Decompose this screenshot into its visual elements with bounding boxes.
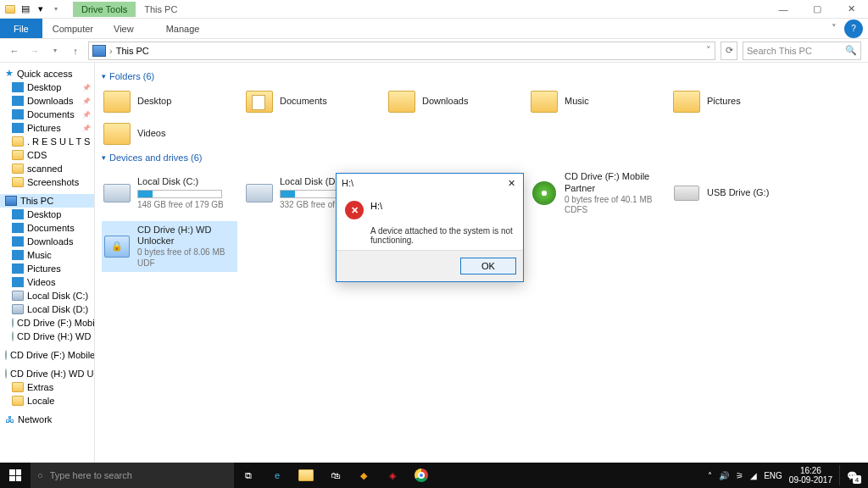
contextual-tab-drive-tools[interactable]: Drive Tools: [73, 2, 136, 17]
taskbar-search[interactable]: ○Type here to search: [31, 463, 234, 488]
dialog-title: H:\: [342, 178, 353, 188]
sidebar-item-screenshots[interactable]: Screenshots: [0, 175, 94, 189]
tab-view[interactable]: View: [103, 19, 144, 38]
error-dialog: H:\ ✕ ✕ H:\ A device attached to the sys…: [336, 173, 524, 282]
chevron-right-icon[interactable]: ›: [109, 46, 113, 56]
dialog-heading: H:\: [370, 201, 382, 211]
sidebar-pc-downloads[interactable]: Downloads: [0, 235, 94, 248]
drive-cd-f[interactable]: CD Drive (F:) Mobile Partner0 bytes free…: [529, 168, 665, 219]
sidebar-item-cds[interactable]: CDS: [0, 148, 94, 162]
sidebar-quick-access[interactable]: ★Quick access: [0, 66, 94, 80]
sidebar-item-downloads[interactable]: Downloads: [0, 94, 94, 108]
refresh-button[interactable]: ⟳: [721, 42, 737, 60]
folder-pictures[interactable]: Pictures: [671, 86, 807, 117]
tray-volume-icon[interactable]: 🔊: [719, 471, 729, 480]
tray-language[interactable]: ENG: [764, 471, 782, 480]
sidebar-pc-desktop[interactable]: Desktop: [0, 208, 94, 221]
window-title: This PC: [136, 2, 186, 17]
tray-wifi-icon[interactable]: ◢: [750, 471, 757, 480]
quick-access-toolbar: ▤ ▾ ▾: [0, 3, 63, 16]
ribbon: File Computer View Manage ˅ ?: [0, 19, 868, 39]
folder-downloads[interactable]: Downloads: [387, 86, 522, 117]
up-button[interactable]: ↑: [68, 43, 83, 58]
sidebar-pc-videos[interactable]: Videos: [0, 275, 94, 289]
search-placeholder: Search This PC: [747, 46, 812, 56]
ribbon-expand-icon[interactable]: ˅: [824, 23, 844, 34]
folder-videos[interactable]: Videos: [102, 119, 237, 149]
forward-button[interactable]: →: [27, 43, 42, 58]
taskbar-store-icon[interactable]: 🛍: [320, 463, 349, 488]
sidebar-item-results[interactable]: . R E S U L T S: [0, 135, 94, 148]
help-icon[interactable]: ?: [844, 19, 863, 38]
action-center-button[interactable]: 💬4: [839, 465, 863, 485]
search-input[interactable]: Search This PC 🔍: [743, 42, 861, 60]
sidebar-extras[interactable]: Extras: [0, 380, 94, 394]
sidebar-cd-f-root[interactable]: CD Drive (F:) Mobile I: [0, 348, 94, 362]
group-drives[interactable]: ▾Devices and drives (6): [102, 149, 861, 168]
sidebar-cd-h-root[interactable]: CD Drive (H:) WD Unl: [0, 367, 94, 380]
tab-computer[interactable]: Computer: [42, 19, 103, 38]
this-pc-icon: [92, 45, 106, 57]
tray-clock[interactable]: 16:26 09-09-2017: [789, 466, 832, 485]
navigation-bar: ← → ▾ ↑ › This PC ˅ ⟳ Search This PC 🔍: [0, 39, 868, 63]
sidebar-this-pc[interactable]: This PC: [0, 194, 94, 208]
dialog-message: A device attached to the system is not f…: [345, 226, 515, 245]
close-button[interactable]: ✕: [834, 0, 868, 19]
ok-button[interactable]: OK: [460, 258, 516, 274]
start-button[interactable]: [0, 463, 31, 488]
sidebar-pc-cd-f[interactable]: CD Drive (F:) Mobile: [0, 316, 94, 330]
breadcrumb[interactable]: This PC: [116, 46, 149, 56]
folder-desktop[interactable]: Desktop: [102, 86, 237, 117]
content-pane: ▾Folders (6) Desktop Documents Downloads…: [95, 63, 868, 470]
cortana-icon: ○: [37, 470, 43, 480]
taskbar-edge-icon[interactable]: e: [263, 463, 292, 488]
sidebar-pc-cd-h[interactable]: CD Drive (H:) WD U: [0, 330, 94, 343]
sidebar-pc-local-d[interactable]: Local Disk (D:): [0, 302, 94, 316]
taskbar-app1-icon[interactable]: ◆: [349, 463, 378, 488]
new-folder-qat-icon[interactable]: ▾: [34, 3, 47, 16]
maximize-button[interactable]: ▢: [800, 0, 834, 19]
search-icon: 🔍: [845, 45, 857, 56]
address-dropdown-icon[interactable]: ˅: [706, 45, 711, 56]
drive-local-c[interactable]: Local Disk (C:)148 GB free of 179 GB: [102, 168, 237, 219]
sidebar-network[interactable]: 🖧Network: [0, 413, 94, 426]
error-icon: ✕: [345, 201, 364, 219]
titlebar: ▤ ▾ ▾ Drive Tools This PC — ▢ ✕: [0, 0, 868, 19]
taskbar-chrome-icon[interactable]: [407, 463, 436, 488]
dialog-titlebar[interactable]: H:\ ✕: [337, 174, 523, 192]
taskbar-explorer-icon[interactable]: [292, 463, 320, 488]
folder-music[interactable]: Music: [529, 86, 665, 117]
tab-manage[interactable]: Manage: [156, 19, 210, 38]
taskbar-app2-icon[interactable]: ◈: [378, 463, 407, 488]
folder-documents[interactable]: Documents: [244, 86, 380, 117]
dialog-close-button[interactable]: ✕: [504, 178, 518, 189]
minimize-button[interactable]: —: [766, 0, 800, 19]
recent-locations-icon[interactable]: ▾: [47, 43, 63, 58]
task-view-button[interactable]: ⧉: [234, 463, 263, 488]
group-folders[interactable]: ▾Folders (6): [102, 68, 861, 86]
sidebar-item-pictures[interactable]: Pictures: [0, 121, 94, 135]
sidebar-pc-pictures[interactable]: Pictures: [0, 262, 94, 275]
sidebar-item-scanned[interactable]: scanned: [0, 162, 94, 175]
sidebar-item-documents[interactable]: Documents: [0, 108, 94, 121]
drive-cd-h[interactable]: 🔒 CD Drive (H:) WD Unlocker0 bytes free …: [102, 221, 237, 273]
tab-file[interactable]: File: [0, 19, 42, 38]
tray-chevron-icon[interactable]: ˄: [708, 471, 712, 480]
tray-network-icon[interactable]: ⚞: [736, 471, 743, 480]
sidebar-locale[interactable]: Locale: [0, 394, 94, 408]
address-bar[interactable]: › This PC ˅: [88, 42, 715, 60]
taskbar: ○Type here to search ⧉ e 🛍 ◆ ◈ ˄ 🔊 ⚞ ◢ E…: [0, 463, 868, 488]
sidebar-pc-local-c[interactable]: Local Disk (C:): [0, 289, 94, 302]
drive-usb-g[interactable]: USB Drive (G:): [671, 168, 807, 219]
sidebar-item-desktop[interactable]: Desktop: [0, 80, 94, 94]
back-button[interactable]: ←: [7, 43, 22, 58]
explorer-icon: [3, 3, 17, 16]
navigation-pane: ★Quick access Desktop Downloads Document…: [0, 63, 95, 470]
sidebar-pc-music[interactable]: Music: [0, 248, 94, 262]
properties-qat-icon[interactable]: ▤: [19, 3, 32, 16]
sidebar-pc-documents[interactable]: Documents: [0, 221, 94, 235]
qat-overflow-icon[interactable]: ▾: [49, 3, 63, 16]
